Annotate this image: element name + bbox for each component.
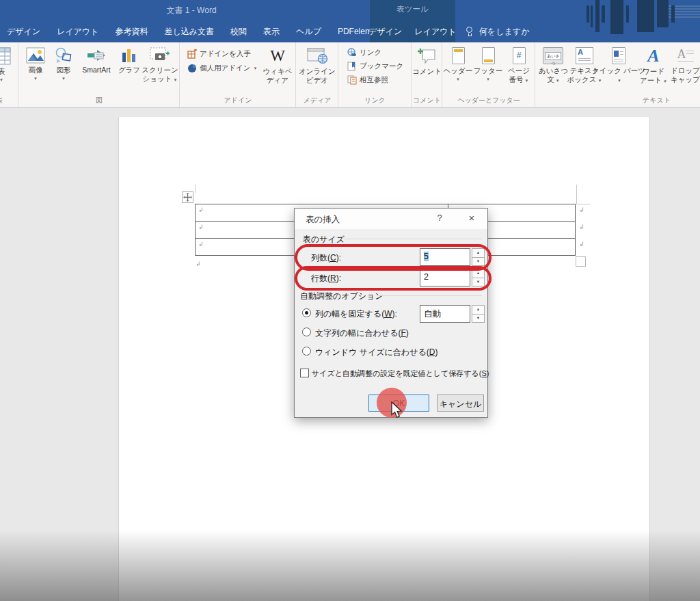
table-resize-handle[interactable] — [576, 256, 586, 267]
wikipedia-icon: W — [270, 47, 285, 65]
tab-references[interactable]: 参考資料 — [116, 26, 148, 38]
picture-icon — [26, 47, 45, 64]
greeting-button[interactable]: あいさつ あいさつ文▼ — [539, 42, 568, 83]
insert-table-dialog: 表の挿入 ? × 表のサイズ 列数(C): 5 ▲▼ 行数(R): 2 ▲▼ 自… — [294, 208, 488, 418]
spin-up-icon[interactable]: ▲ — [472, 305, 485, 315]
fixed-width-radio[interactable] — [302, 308, 311, 317]
cancel-button[interactable]: キャンセル — [437, 395, 484, 412]
comment-icon — [417, 47, 438, 65]
wordart-button[interactable]: A ワードアート▼ — [636, 42, 671, 84]
group-label-table: 表 — [0, 96, 8, 105]
table-move-handle[interactable] — [182, 191, 193, 203]
dropdown-arrow: ▼ — [617, 79, 621, 83]
tell-me-label: 何をしますか — [479, 26, 529, 38]
text-box-icon: A — [576, 47, 593, 64]
dropdown-arrow: ▼ — [456, 77, 460, 82]
tab-table-layout[interactable]: レイアウト — [414, 26, 456, 38]
group-label-header-footer: ヘッダーとフッター — [443, 96, 535, 105]
margin-crop-mark — [576, 185, 577, 204]
bookmark-button[interactable]: ブックマーク — [347, 62, 403, 71]
group-label-comments: コメント — [412, 96, 442, 105]
footer-button[interactable]: フッター ▼ — [473, 42, 503, 82]
dropdown-arrow: ▼ — [525, 79, 529, 83]
section-divider — [344, 239, 482, 239]
fixed-width-spinner[interactable]: ▲▼ — [472, 305, 485, 323]
tab-view[interactable]: 表示 — [263, 26, 280, 38]
autofit-window-label: ウィンドウ サイズに合わせる(D) — [315, 347, 438, 358]
close-icon[interactable]: × — [465, 212, 479, 224]
help-button[interactable]: ? — [433, 213, 446, 223]
link-button[interactable]: リンク — [347, 48, 403, 57]
margin-crop-mark — [195, 185, 196, 193]
table-tools-label: 表ツール — [370, 4, 455, 14]
quick-parts-button[interactable]: クイック パーツ▼ — [601, 42, 636, 83]
page-number-button[interactable]: # ページ番号▼ — [503, 42, 535, 83]
word-window: 文書 1 - Word 表ツール デザイン レイアウト デザイン レイアウト 参… — [0, 0, 700, 601]
picture-button[interactable]: 画像 ▼ — [21, 42, 50, 81]
paragraph-mark: ↲ — [198, 206, 204, 213]
chart-button[interactable]: グラフ — [116, 42, 143, 75]
margin-crop-mark — [576, 204, 590, 204]
dropdown-arrow: ▼ — [556, 79, 560, 83]
end-of-row-mark: ↲ — [579, 224, 584, 230]
dropdown-arrow: ▼ — [0, 77, 3, 83]
spin-down-icon[interactable]: ▼ — [472, 315, 485, 323]
group-label-media: メディア — [297, 96, 338, 105]
ribbon: 表 ▼ 表 画像 ▼ 図形 ▼ S — [0, 42, 700, 108]
mouse-cursor — [389, 401, 404, 423]
table-tools-block: 表ツール デザイン レイアウト — [370, 0, 455, 42]
autofit-contents-radio[interactable] — [302, 328, 311, 336]
dialog-title: 表の挿入 — [306, 214, 340, 226]
page-number-icon: # — [513, 47, 526, 64]
drop-cap-button[interactable]: A ドロップキャップ — [671, 42, 700, 83]
comment-button[interactable]: コメント — [412, 42, 442, 76]
tell-me-box[interactable]: 何をしますか — [466, 21, 529, 42]
screenshot-button[interactable]: スクリーンショット▼ — [143, 42, 177, 83]
quick-parts-icon — [612, 47, 625, 64]
header-icon — [452, 47, 465, 64]
move-icon — [183, 193, 192, 202]
table-icon — [0, 47, 11, 65]
cross-reference-button[interactable]: 相互参照 — [347, 75, 403, 85]
remember-dimensions-label: サイズと自動調整の設定を既定値として保存する(S) — [312, 369, 489, 379]
fixed-width-label: 列の幅を固定する(W): — [315, 308, 397, 320]
section-divider — [377, 295, 482, 296]
fixed-width-input[interactable]: 自動 — [420, 305, 470, 323]
get-addins-button[interactable]: アドインを入手 — [187, 49, 261, 59]
group-label-illustrations: 図 — [19, 96, 179, 105]
tab-help[interactable]: ヘルプ — [296, 26, 321, 38]
my-addins-icon — [187, 64, 197, 73]
dialog-title-bar[interactable]: 表の挿入 ? × — [295, 209, 487, 229]
group-label-links: リンク — [339, 96, 411, 105]
tab-design[interactable]: デザイン — [7, 26, 40, 38]
autofit-contents-label: 文字列の幅に合わせる(F) — [315, 328, 409, 339]
shapes-icon — [54, 47, 73, 64]
cross-reference-icon — [347, 75, 357, 85]
header-button[interactable]: ヘッダー ▼ — [443, 42, 473, 82]
online-video-icon — [306, 47, 328, 65]
paragraph-mark: ↲ — [196, 261, 201, 267]
autofit-window-radio[interactable] — [302, 347, 311, 356]
dropdown-arrow: ▼ — [253, 66, 257, 71]
paragraph-mark: ↲ — [198, 241, 204, 248]
insert-table-button[interactable]: 表 ▼ — [0, 42, 11, 83]
shapes-button[interactable]: 図形 ▼ — [50, 42, 77, 81]
greeting-icon: あいさつ — [543, 47, 563, 64]
bookmark-icon — [347, 62, 357, 71]
wikipedia-button[interactable]: W ウィキペディア — [261, 42, 294, 84]
remember-dimensions-checkbox[interactable] — [300, 369, 309, 377]
dropdown-arrow: ▼ — [663, 79, 667, 83]
tab-layout[interactable]: レイアウト — [57, 26, 98, 38]
drop-cap-icon: A — [677, 47, 694, 64]
footer-icon — [482, 47, 495, 64]
tab-table-design[interactable]: デザイン — [368, 26, 402, 38]
online-video-button[interactable]: オンラインビデオ — [298, 42, 336, 84]
my-addins-button[interactable]: 個人用アドイン ▼ — [187, 64, 261, 73]
tab-mailings[interactable]: 差し込み文書 — [165, 26, 215, 38]
dropdown-arrow: ▼ — [33, 76, 38, 81]
tab-review[interactable]: 校閲 — [230, 26, 247, 38]
window-title: 文書 1 - Word — [137, 5, 246, 16]
smartart-button[interactable]: SmartArt — [77, 42, 116, 75]
link-icon — [347, 48, 357, 57]
dropdown-arrow: ▼ — [174, 78, 178, 82]
